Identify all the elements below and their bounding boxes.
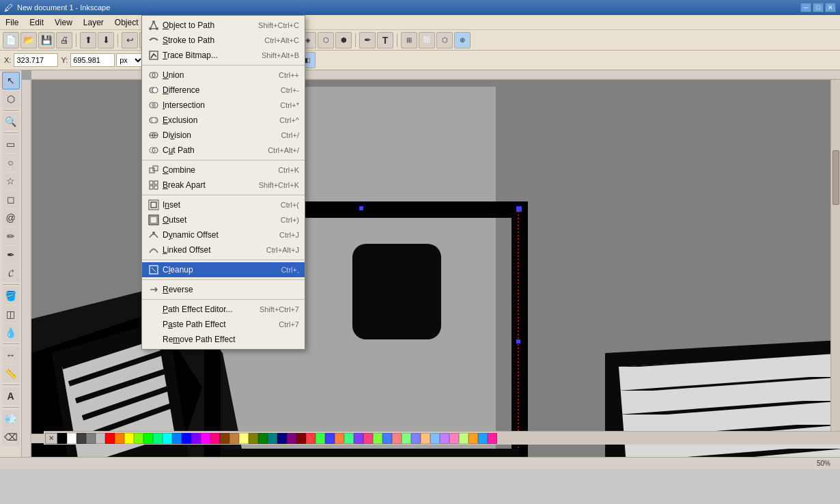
color-extra4[interactable] [335,433,344,444]
x-input[interactable] [14,53,58,67]
print-button[interactable]: 🖨 [56,32,72,48]
color-azure[interactable] [172,433,182,444]
menu-stroke-to-path[interactable]: Stroke to Path Ctrl+Alt+C [142,33,305,48]
menu-cleanup[interactable]: Cleanup Ctrl+, [142,262,305,277]
tool-measure[interactable]: 📏 [2,365,20,382]
tool-rect[interactable]: ▭ [2,135,20,153]
menu-linked-offset[interactable]: Linked Offset Ctrl+Alt+J [142,242,305,257]
color-brown3[interactable] [239,433,249,444]
export-button[interactable]: ⬇ [98,32,114,48]
tool-text[interactable]: A [2,387,20,405]
tool-spray[interactable]: 💨 [2,410,20,428]
pen-btn[interactable]: ✒ [359,32,376,48]
color-red[interactable] [105,433,115,444]
color-gray3[interactable] [96,433,105,444]
color-gray2[interactable] [86,433,96,444]
color-orange[interactable] [115,433,124,444]
tool-3d[interactable]: ◻ [2,191,20,208]
menu-break-apart[interactable]: Break Apart Shift+Ctrl+K [142,178,305,193]
color-extra12[interactable] [411,433,421,444]
color-navy[interactable] [277,433,287,444]
color-extra20[interactable] [488,433,497,444]
color-extra3[interactable] [325,433,335,444]
color-green[interactable] [143,433,153,444]
color-teal[interactable] [153,433,163,444]
menu-edit[interactable]: Edit [24,15,49,29]
tool-pen[interactable]: ✒ [2,246,20,264]
menu-remove-path-effect[interactable]: Remove Path Effect [142,332,305,347]
tool-select[interactable]: ↖ [2,72,20,89]
align-btn[interactable]: ⊞ [401,32,417,48]
color-olive[interactable] [249,433,258,444]
color-extra15[interactable] [440,433,449,444]
menu-union[interactable]: Union Ctrl++ [142,68,305,83]
menu-object[interactable]: Object [109,15,144,29]
tool-connector[interactable]: ↔ [2,346,20,364]
tool-gradient[interactable]: ◫ [2,305,20,323]
color-cyan[interactable] [163,433,172,444]
color-brown1[interactable] [220,433,229,444]
color-extra17[interactable] [459,433,468,444]
undo-button[interactable]: ↩ [122,32,138,48]
color-extra7[interactable] [363,433,373,444]
menu-difference[interactable]: Difference Ctrl+- [142,83,305,98]
menu-dynamic-offset[interactable]: Dynamic Offset Ctrl+J [142,227,305,242]
text-btn[interactable]: T [377,32,393,48]
color-violet[interactable] [191,433,201,444]
color-black[interactable] [57,433,67,444]
tool-bucket[interactable]: 🪣 [2,287,20,305]
tool-pencil[interactable]: ✏ [2,227,20,245]
menu-intersection[interactable]: Intersection Ctrl+* [142,98,305,113]
menu-combine[interactable]: Combine Ctrl+K [142,163,305,178]
tool-spiral[interactable]: @ [2,209,20,227]
menu-view[interactable]: View [49,15,78,29]
snap-global[interactable]: ⊕ [454,32,471,48]
color-magenta[interactable] [201,433,210,444]
menu-outset[interactable]: Outset Ctrl+) [142,212,305,227]
unit-select[interactable]: px mm cm in [116,53,144,67]
color-extra13[interactable] [421,433,430,444]
color-extra9[interactable] [382,433,392,444]
node-btn4[interactable]: ⬢ [335,32,352,48]
menu-division[interactable]: Division Ctrl+/ [142,128,305,143]
color-extra6[interactable] [354,433,363,444]
color-darkgreen[interactable] [258,433,268,444]
no-color-swatch[interactable]: ✕ [45,433,57,444]
tool-zoom[interactable]: 🔍 [2,113,20,130]
open-button[interactable]: 📂 [20,32,37,48]
new-button[interactable]: 📄 [3,32,19,48]
menu-cut-path[interactable]: Cut Path Ctrl+Alt+/ [142,143,305,158]
color-white[interactable] [67,433,76,444]
tool-star[interactable]: ☆ [2,172,20,190]
menu-layer[interactable]: Layer [78,15,109,29]
maximize-button[interactable]: □ [813,3,824,12]
color-purple[interactable] [287,433,296,444]
menu-reverse[interactable]: Reverse [142,282,305,297]
color-extra8[interactable] [373,433,382,444]
node-btn3[interactable]: ⬡ [318,32,334,48]
import-button[interactable]: ⬆ [80,32,96,48]
stroke-btn[interactable]: ⬡ [436,32,453,48]
color-blue[interactable] [182,433,191,444]
menu-file[interactable]: File [0,15,24,29]
menu-path-effect-editor[interactable]: Path Effect Editor... Shift+Ctrl+7 [142,302,305,317]
color-pink[interactable] [210,433,220,444]
tool-calligraphy[interactable]: 𝓒 [2,264,20,282]
menu-inset[interactable]: Inset Ctrl+( [142,197,305,212]
vertical-scrollbar[interactable] [830,80,840,431]
close-button[interactable]: ✕ [825,3,836,12]
color-yellow[interactable] [124,433,134,444]
color-gray1[interactable] [76,433,86,444]
tool-ellipse[interactable]: ○ [2,154,20,171]
color-extra5[interactable] [344,433,354,444]
y-input[interactable] [70,53,115,67]
color-maroon[interactable] [296,433,306,444]
tool-dropper[interactable]: 💧 [2,324,20,341]
v-scroll-thumb[interactable] [832,150,839,205]
color-extra16[interactable] [449,433,459,444]
color-extra2[interactable] [316,433,325,444]
color-extra18[interactable] [468,433,478,444]
menu-paste-path-effect[interactable]: Paste Path Effect Ctrl+7 [142,317,305,332]
color-extra11[interactable] [402,433,411,444]
tool-node[interactable]: ⬡ [2,90,20,108]
